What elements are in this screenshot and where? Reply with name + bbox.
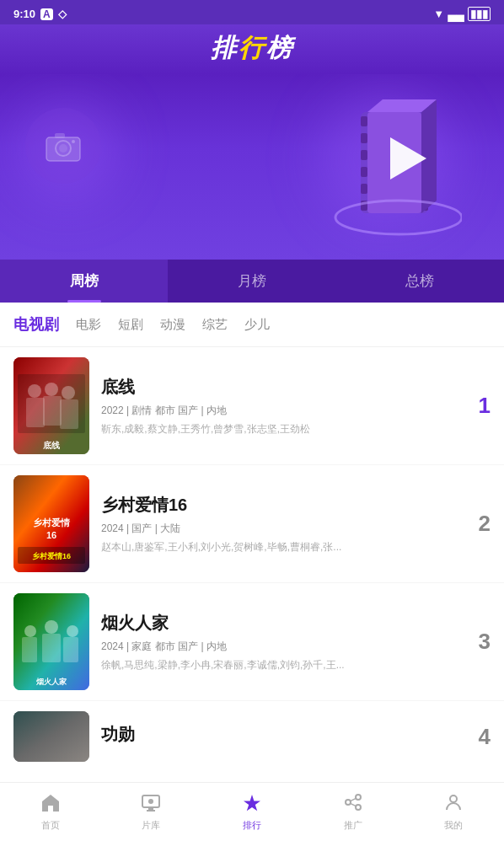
nav-mine-label: 我的 — [444, 819, 463, 832]
home-icon — [40, 793, 61, 817]
movie-poster-1: 底线 — [13, 357, 89, 454]
header: 排行榜 — [0, 24, 504, 74]
category-anime[interactable]: 动漫 — [160, 317, 185, 333]
svg-line-54 — [350, 803, 356, 806]
svg-rect-28 — [26, 398, 45, 427]
movie-info-3: 烟火人家 2024 | 家庭 都市 国产 | 内地 徐帆,马思纯,梁静,李小冉,… — [101, 612, 458, 672]
movie-meta-1: 2022 | 剧情 都市 国产 | 内地 — [101, 404, 458, 418]
promote-icon — [343, 793, 363, 817]
bottom-navigation: 首页 片库 排行 推广 我的 — [0, 782, 504, 841]
category-filter: 电视剧 电影 短剧 动漫 综艺 少儿 — [0, 303, 504, 347]
movie-rank-1: 1 — [470, 393, 491, 419]
svg-point-52 — [356, 805, 361, 810]
nav-promote-label: 推广 — [344, 819, 362, 832]
svg-text:烟火人家: 烟火人家 — [35, 677, 67, 686]
signal-icon: ▄▄ — [448, 8, 464, 21]
status-bar: 9:10 A ◇ ▼ ▄▄ ▮▮▮ — [0, 0, 504, 24]
svg-point-51 — [346, 800, 351, 805]
battery-icon: ▮▮▮ — [468, 7, 491, 21]
category-short[interactable]: 短剧 — [118, 317, 143, 333]
tab-total[interactable]: 总榜 — [336, 260, 504, 303]
mine-icon — [443, 793, 464, 817]
wifi-icon: ▼ — [433, 8, 444, 20]
movie-info-2: 乡村爱情16 2024 | 国产 | 大陆 赵本山,唐鉴军,王小利,刘小光,贺树… — [101, 494, 458, 554]
table-row[interactable]: 烟火人家 烟火人家 2024 | 家庭 都市 国产 | 内地 徐帆,马思纯,梁静… — [0, 583, 504, 701]
nav-ranking[interactable]: 排行 — [201, 783, 303, 841]
movie-poster-2: 乡村爱情 16 乡村爱情16 — [13, 475, 89, 572]
ranking-tabs: 周榜 月榜 总榜 — [0, 260, 504, 303]
content-area: 电视剧 电影 短剧 动漫 综艺 少儿 — [0, 303, 504, 830]
nav-promote[interactable]: 推广 — [303, 783, 404, 841]
nav-home[interactable]: 首页 — [0, 783, 101, 841]
film-3d-icon — [302, 87, 462, 259]
svg-rect-9 — [361, 167, 367, 177]
movie-rank-3: 3 — [470, 629, 491, 655]
movie-info-1: 底线 2022 | 剧情 都市 国产 | 内地 靳东,成毅,蔡文静,王秀竹,曾梦… — [101, 376, 458, 437]
svg-rect-43 — [63, 637, 78, 662]
svg-point-40 — [67, 625, 78, 637]
svg-point-39 — [45, 620, 58, 634]
svg-marker-19 — [421, 99, 437, 213]
svg-point-2 — [59, 144, 67, 153]
movie-cast-3: 徐帆,马思纯,梁静,李小冉,宋春丽,李诚儒,刘钧,孙千,王... — [101, 658, 458, 672]
svg-text:16: 16 — [46, 530, 56, 540]
movie-cast-2: 赵本山,唐鉴军,王小利,刘小光,贺树峰,毕畅,曹桐睿,张... — [101, 540, 458, 554]
svg-rect-8 — [361, 150, 367, 160]
svg-rect-42 — [42, 634, 61, 662]
movie-rank-4: 4 — [470, 724, 491, 750]
movie-title-4: 功勋 — [101, 723, 458, 746]
ranking-icon — [242, 793, 262, 817]
svg-point-27 — [62, 386, 75, 399]
movie-title-3: 烟火人家 — [101, 612, 458, 635]
svg-point-50 — [356, 795, 361, 800]
camera-decoration — [25, 108, 101, 184]
status-left: 9:10 A ◇ — [13, 8, 67, 20]
svg-rect-6 — [361, 116, 367, 126]
svg-line-53 — [350, 798, 356, 801]
movie-poster-4 — [13, 711, 89, 762]
svg-point-26 — [45, 383, 58, 396]
nav-home-label: 首页 — [41, 819, 60, 832]
svg-point-25 — [28, 384, 41, 398]
svg-point-4 — [72, 140, 75, 143]
movie-poster-3: 烟火人家 — [13, 593, 89, 690]
movie-meta-2: 2024 | 国产 | 大陆 — [101, 522, 458, 536]
svg-text:乡村爱情: 乡村爱情 — [33, 517, 71, 528]
svg-point-47 — [148, 799, 153, 804]
category-variety[interactable]: 综艺 — [202, 317, 228, 333]
page-title: 排行榜 — [0, 31, 504, 74]
movie-rank-2: 2 — [470, 511, 491, 537]
svg-rect-41 — [22, 637, 37, 662]
table-row[interactable]: 底线 底线 2022 | 剧情 都市 国产 | 内地 靳东,成毅,蔡文静,王秀竹… — [0, 347, 504, 465]
library-icon — [141, 793, 161, 817]
tab-weekly[interactable]: 周榜 — [0, 260, 168, 303]
category-kids[interactable]: 少儿 — [244, 317, 270, 333]
nav-library-label: 片库 — [142, 819, 160, 832]
nav-library[interactable]: 片库 — [101, 783, 202, 841]
status-icon-a: A — [40, 8, 53, 20]
svg-text:底线: 底线 — [42, 441, 60, 450]
svg-rect-30 — [60, 399, 78, 429]
movie-list: 底线 底线 2022 | 剧情 都市 国产 | 内地 靳东,成毅,蔡文静,王秀竹… — [0, 347, 504, 830]
movie-info-4: 功勋 — [101, 723, 458, 751]
svg-rect-45 — [13, 711, 89, 762]
svg-rect-10 — [361, 184, 367, 194]
status-right: ▼ ▄▄ ▮▮▮ — [433, 7, 491, 21]
movie-cast-1: 靳东,成毅,蔡文静,王秀竹,曾梦雪,张志坚,王劲松 — [101, 422, 458, 437]
nav-ranking-label: 排行 — [243, 819, 261, 832]
table-row[interactable]: 乡村爱情 16 乡村爱情16 乡村爱情16 2024 | 国产 | 大陆 赵本山… — [0, 465, 504, 583]
svg-point-55 — [450, 795, 457, 802]
status-icon-diamond: ◇ — [58, 8, 67, 20]
movie-title-2: 乡村爱情16 — [101, 494, 458, 517]
category-tv[interactable]: 电视剧 — [13, 314, 59, 335]
svg-point-38 — [24, 625, 36, 637]
movie-meta-3: 2024 | 家庭 都市 国产 | 内地 — [101, 640, 458, 654]
tab-monthly[interactable]: 月榜 — [168, 260, 335, 303]
category-movie[interactable]: 电影 — [76, 317, 101, 333]
movie-title-1: 底线 — [101, 376, 458, 399]
svg-rect-7 — [361, 133, 367, 143]
svg-rect-29 — [43, 396, 62, 426]
svg-text:乡村爱情16: 乡村爱情16 — [32, 552, 71, 560]
svg-rect-3 — [55, 133, 65, 138]
nav-mine[interactable]: 我的 — [403, 783, 504, 841]
